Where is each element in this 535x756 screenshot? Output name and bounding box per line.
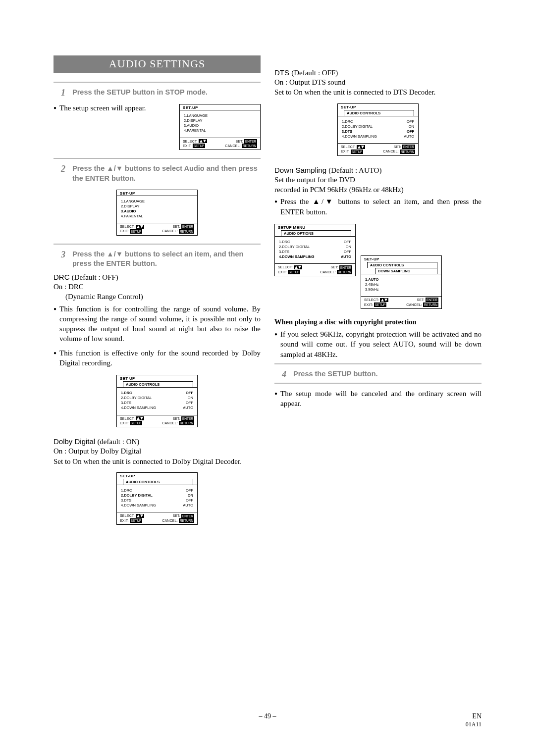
osd-main-menu: SET-UP 1.LANGUAGE2.DISPLAY3.AUDIO4.PAREN… <box>179 104 261 150</box>
osd-menu-item: 1.LANGUAGE <box>121 199 193 204</box>
dolby-on-line: On : Output by Dolby Digital <box>54 446 261 456</box>
osd-menu-item: 2.DOLBY DIGITALON <box>279 245 351 250</box>
section-title: AUDIO SETTINGS <box>54 55 261 73</box>
bullet-icon: ● <box>274 197 277 206</box>
step-1: 1 Press the SETUP button in STOP mode. <box>54 88 261 98</box>
osd-audio-dolby: SET-UP AUDIO CONTROLS 1.DRCOFF2.DOLBY DI… <box>116 472 198 525</box>
updown-icon <box>380 298 388 302</box>
dts-para: Set to On when the unit is connected to … <box>274 87 482 97</box>
bullet-icon: ● <box>54 348 56 358</box>
copyright-note: ● If you select 96KHz, copyright protect… <box>274 329 482 359</box>
osd-title: SETUP MENU <box>275 224 355 230</box>
bullet-icon: ● <box>54 304 56 314</box>
manual-page: AUDIO SETTINGS 1 Press the SETUP button … <box>0 0 535 756</box>
osd-title: SET-UP <box>117 473 197 478</box>
updown-icon <box>357 145 365 149</box>
step-1-note-text: The setup screen will appear. <box>59 103 146 113</box>
osd-menu-item: 1.DRCOFF <box>121 488 193 493</box>
downsampling-instruction: ● Press the ▲/▼ buttons to select an ite… <box>274 197 482 217</box>
step-number: 1 <box>54 88 65 98</box>
bullet-icon: ● <box>274 389 277 399</box>
osd-menu-item: 4.PARENTAL <box>121 214 193 219</box>
updown-icon <box>136 514 144 518</box>
osd-audio-downsampling: SETUP MENU AUDIO OPTIONS 1.DRCOFF2.DOLBY… <box>274 224 356 276</box>
osd-menu-item: 3.DTSOFF <box>279 250 351 254</box>
osd-menu-item: 4.DOWN SAMPLINGAUTO <box>121 503 193 508</box>
step-number: 3 <box>54 250 65 260</box>
osd-menu-item: 2.DISPLAY <box>121 204 193 209</box>
osd-menu-item: 4.DOWN SAMPLINGAUTO <box>342 134 414 139</box>
osd-foot-cancel: CANCEL: <box>225 144 241 148</box>
updown-icon <box>294 265 302 269</box>
drc-para-1: ● This function is for controlling the r… <box>54 304 261 344</box>
left-column: AUDIO SETTINGS 1 Press the SETUP button … <box>54 55 261 530</box>
osd-menu-item: 4.PARENTAL <box>184 128 256 133</box>
dolby-para: Set to On when the unit is connected to … <box>54 456 261 466</box>
osd-menu-item: 2.DOLBY DIGITALON <box>121 493 193 498</box>
osd-subtitle-2: DOWN SAMPLING <box>375 268 437 274</box>
downsampling-line2: Set the output for the DVD <box>274 175 482 185</box>
right-column: DTS (Default : OFF) On : Output DTS soun… <box>274 55 482 530</box>
osd-title: SET-UP <box>338 104 418 109</box>
osd-subtitle: AUDIO OPTIONS <box>281 230 351 236</box>
osd-menu-item: 3.DTSOFF <box>342 129 414 134</box>
bullet-icon: ● <box>54 103 56 113</box>
osd-audio-dts: SET-UP AUDIO CONTROLS 1.DRCOFF2.DOLBY DI… <box>337 103 419 156</box>
osd-menu-item: 1.AUTO <box>365 277 437 282</box>
drc-para-2: ● This function is effective only for th… <box>54 348 261 368</box>
divider <box>54 82 261 83</box>
step-4: 4 Press the SETUP button. <box>274 369 482 380</box>
osd-menu-item: 2.DISPLAY <box>184 118 256 123</box>
osd-menu-item: 2.DOLBY DIGITALON <box>342 124 414 129</box>
step-number: 2 <box>54 164 65 174</box>
osd-menu-item: 2.48kHz <box>365 282 437 287</box>
osd-return-tag: RETURN <box>242 144 257 148</box>
osd-menu-item: 1.DRCOFF <box>121 391 193 396</box>
osd-menu-item: 4.DOWN SAMPLINGAUTO <box>279 254 351 259</box>
osd-subtitle: AUDIO CONTROLS <box>367 262 437 268</box>
language-code: EN <box>472 712 482 720</box>
step-instruction: Press the ▲/▼ buttons to select Audio an… <box>72 164 261 183</box>
dolby-heading: Dolby Digital (default : ON) <box>54 437 261 446</box>
osd-title: SET-UP <box>117 375 197 381</box>
drc-heading: DRC (Default : OFF) <box>54 273 261 282</box>
osd-menu-item: 3.AUDIO <box>184 123 256 128</box>
osd-subtitle: AUDIO CONTROLS <box>123 381 193 387</box>
downsampling-line3: recorded in PCM 96kHz (96kHz or 48kHz) <box>274 185 482 195</box>
osd-setup-tag: SETUP <box>193 144 206 148</box>
osd-menu-item: 1.DRCOFF <box>279 240 351 245</box>
divider <box>274 363 482 364</box>
updown-icon <box>199 139 207 143</box>
divider <box>54 244 261 245</box>
bullet-icon: ● <box>274 329 277 339</box>
osd-menu-item: 1.DRCOFF <box>342 119 414 124</box>
downsampling-heading: Down Sampling (Default : AUTO) <box>274 166 482 175</box>
print-code: 01A11 <box>466 721 482 728</box>
osd-menu-item: 2.DOLBY DIGITALON <box>121 396 193 401</box>
divider <box>274 383 482 384</box>
step-1-note: ● The setup screen will appear. <box>54 103 174 113</box>
dts-on-line: On : Output DTS sound <box>274 77 482 87</box>
updown-icon <box>136 225 144 229</box>
drc-on-line: On : DRC <box>54 282 261 292</box>
divider <box>54 158 261 159</box>
osd-menu-item: 3.96kHz <box>365 287 437 292</box>
osd-subtitle: AUDIO CONTROLS <box>344 110 414 116</box>
step-instruction: Press the ▲/▼ buttons to select an item,… <box>72 250 261 269</box>
osd-foot-select: SELECT: <box>183 139 198 144</box>
osd-main-menu-selected: SET-UP 1.LANGUAGE2.DISPLAY3.AUDIO4.PAREN… <box>116 190 198 236</box>
osd-subtitle: AUDIO CONTROLS <box>123 479 193 485</box>
page-footer: – 49 – EN 01A11 <box>0 712 535 728</box>
osd-menu-item: 3.DTSOFF <box>121 498 193 503</box>
osd-title: SET-UP <box>180 104 260 110</box>
updown-icon <box>136 416 144 420</box>
step-number: 4 <box>274 369 286 380</box>
osd-menu-item: 3.AUDIO <box>121 209 193 214</box>
osd-menu-item: 3.DTSOFF <box>121 401 193 405</box>
step-3: 3 Press the ▲/▼ buttons to select an ite… <box>54 250 261 269</box>
page-number: – 49 – <box>259 712 276 720</box>
dts-heading: DTS (Default : OFF) <box>274 68 482 77</box>
osd-foot-set: SET: <box>235 139 243 144</box>
osd-menu-item: 1.LANGUAGE <box>184 113 256 118</box>
drc-subtitle: (Dynamic Range Control) <box>65 292 261 302</box>
